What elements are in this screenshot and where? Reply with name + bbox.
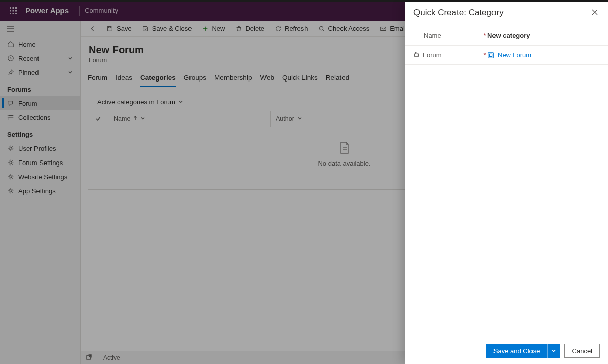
save-and-close-button[interactable]: Save and Close — [486, 344, 547, 358]
label-text: Forum — [423, 51, 442, 59]
field-value[interactable]: New category — [487, 32, 600, 39]
field-forum[interactable]: Forum * New Forum — [405, 46, 608, 65]
field-label: Forum — [413, 51, 482, 59]
cancel-button[interactable]: Cancel — [564, 344, 600, 358]
lookup-text: New Forum — [498, 51, 531, 59]
required-marker: * — [482, 51, 487, 59]
field-label: Name — [413, 32, 482, 39]
chevron-down-icon — [551, 348, 556, 353]
field-name[interactable]: Name * New category — [405, 26, 608, 46]
save-and-close-dropdown[interactable] — [547, 344, 560, 358]
panel-fields: Name * New category Forum * New Forum — [405, 26, 608, 65]
svg-rect-36 — [488, 52, 494, 58]
svg-rect-37 — [489, 54, 492, 56]
svg-rect-35 — [415, 54, 419, 56]
panel-footer: Save and Close Cancel — [405, 338, 608, 364]
lock-icon — [413, 51, 420, 59]
close-icon — [592, 9, 598, 15]
panel-header: Quick Create: Category — [405, 2, 608, 26]
close-button[interactable] — [590, 7, 600, 19]
lookup-value[interactable]: New Forum — [487, 51, 600, 59]
label-text: Name — [424, 32, 441, 39]
required-marker: * — [482, 32, 487, 39]
save-close-split: Save and Close — [486, 344, 560, 358]
panel-title: Quick Create: Category — [413, 8, 504, 18]
entity-icon — [487, 52, 495, 59]
quick-create-panel: Quick Create: Category Name * New catego… — [405, 2, 608, 364]
